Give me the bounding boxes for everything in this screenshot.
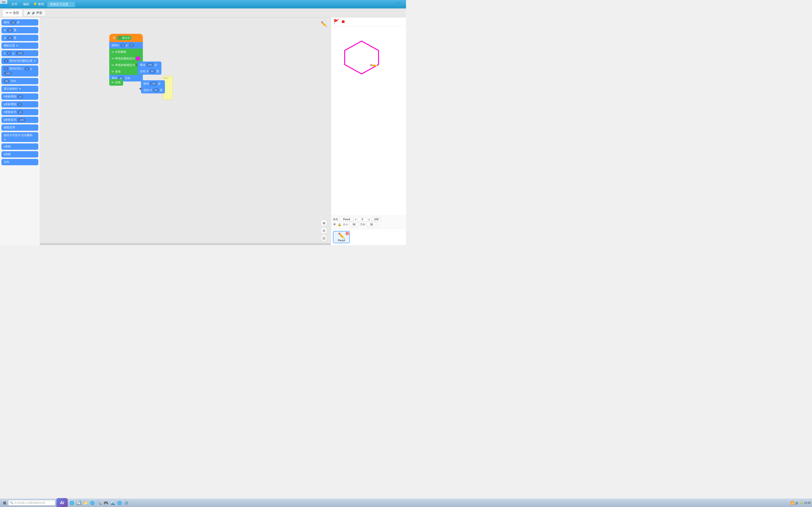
block-direction[interactable]: 90 方向 bbox=[1, 78, 38, 84]
block-turn-left[interactable]: ↺ 15 度 bbox=[1, 35, 38, 41]
name-input[interactable] bbox=[340, 217, 354, 221]
block-when-flag-clicked[interactable]: 当 🚩 被点击 bbox=[109, 34, 143, 42]
fit-button[interactable]: ⊟ bbox=[320, 235, 327, 241]
block-turn-60-1[interactable]: 左转 ↺ 60 度 bbox=[138, 68, 161, 75]
zoom-out-button[interactable]: ⊖ bbox=[320, 227, 327, 234]
block-show-coords[interactable]: 显示坐标针 ▼ bbox=[1, 86, 38, 92]
zoom-controls: ⊕ ⊖ ⊟ bbox=[320, 220, 327, 241]
move-group-2: 移动 100 步 左转 ↺ 60 度 bbox=[141, 80, 165, 94]
block-bounce[interactable]: 碰壁反弹 bbox=[1, 124, 38, 131]
block-wait-random[interactable]: 1 秒内行到 随机位置 ▼ bbox=[1, 58, 38, 64]
green-flag-button[interactable]: 🚩 bbox=[334, 19, 339, 24]
block-turn-right[interactable]: ↻ 15 度 bbox=[1, 27, 38, 33]
lift-pen-group: ✏ 抬笔 bbox=[109, 79, 123, 86]
costume-label: ✏ 造型 bbox=[9, 11, 19, 15]
y-label: y bbox=[369, 218, 370, 221]
block-move-100-1[interactable]: 移动 100 步 bbox=[138, 61, 161, 68]
lock-icon[interactable]: 🔒 bbox=[338, 223, 341, 226]
minimize-button[interactable]: — bbox=[394, 0, 401, 5]
costume-icon: ✏ bbox=[6, 11, 8, 14]
size-label: 大小 bbox=[343, 223, 348, 226]
move-group-1: 移动 100 步 左转 ↺ 60 度 bbox=[138, 61, 161, 75]
edit-pencil-icon[interactable]: ✏️ bbox=[321, 21, 327, 27]
visibility-toggle[interactable]: 👁 bbox=[333, 223, 336, 226]
edit-menu[interactable]: 编辑 bbox=[21, 1, 31, 7]
tab-costume[interactable]: ✏ ✏ 造型 bbox=[2, 9, 22, 16]
right-panel: 🚩 ⏹ ✏️ 角色 x y 👁 🔒 大小 bbox=[331, 17, 406, 245]
blocks-palette: 移动 10 步 ↻ 15 度 ↺ 15 度 随机位置 ▼ x: 0 y: -10… bbox=[0, 17, 40, 245]
block-set-pen-color[interactable]: ✏ 将笔的颜色设为 bbox=[109, 55, 143, 62]
sprite-properties: 角色 x y 👁 🔒 大小 方向 bbox=[331, 216, 406, 229]
block-random-position[interactable]: 随机位置 ▼ bbox=[1, 43, 38, 49]
sprites-list: ✕ ✏️ Pencil bbox=[331, 229, 406, 245]
sound-icon: 🔊 bbox=[27, 11, 31, 14]
block-goto-xy[interactable]: x: 0 y: -100 bbox=[1, 50, 38, 56]
tips-label: 教程 bbox=[38, 2, 44, 6]
y-input[interactable] bbox=[371, 217, 380, 221]
x-label: x bbox=[355, 218, 356, 221]
sprite-delete-icon[interactable]: ✕ bbox=[346, 232, 349, 235]
block-y-set[interactable]: y坐标设为 -100 bbox=[1, 117, 38, 123]
block-pen-up[interactable]: ✏ 抬笔 bbox=[109, 79, 123, 86]
tab-sound[interactable]: 🔊 🔊 声音 bbox=[23, 9, 46, 16]
block-turn-60-2[interactable]: 左转 ↺ 60 度 bbox=[141, 87, 165, 94]
stage-canvas: ✏️ bbox=[331, 26, 406, 216]
horizontal-scrollbar[interactable] bbox=[40, 243, 331, 245]
block-y-coord[interactable]: y坐标 bbox=[1, 151, 38, 158]
window-title: top bbox=[0, 0, 7, 4]
block-goto-xy-main[interactable]: 移到x: 0 y: 0 bbox=[109, 42, 143, 49]
block-x-set[interactable]: x坐标设为 10 bbox=[1, 109, 38, 115]
main-area: 移动 10 步 ↻ 15 度 ↺ 15 度 随机位置 ▼ x: 0 y: -10… bbox=[0, 17, 406, 245]
sprite-name: Pencil bbox=[334, 239, 348, 242]
direction-label: 方向 bbox=[360, 223, 365, 226]
tips-button[interactable]: 💡 教程 bbox=[33, 2, 44, 6]
stop-button[interactable]: ⏹ bbox=[341, 19, 345, 24]
block-move-100-2[interactable]: 移动 100 步 bbox=[141, 80, 165, 87]
code-area[interactable]: ✏️ 当 🚩 被点击 移到x: 0 y: 0 ✏ 全部擦除 ✏ 将笔的颜色设为 … bbox=[40, 17, 331, 245]
name-label: 角色 bbox=[333, 218, 338, 221]
block-direction-report[interactable]: 方向 bbox=[1, 159, 38, 165]
block-rotation[interactable]: 旋转方式设为 左右翻转 ▼ bbox=[1, 132, 38, 142]
sound-label: 🔊 声音 bbox=[32, 11, 43, 15]
project-title-input[interactable]: 绘制正六边形 bbox=[47, 1, 75, 7]
hexagon-drawing bbox=[341, 38, 383, 75]
sprite-pencil[interactable]: ✕ ✏️ Pencil bbox=[333, 231, 350, 243]
tips-icon: 💡 bbox=[33, 3, 37, 6]
direction-input[interactable] bbox=[367, 222, 376, 227]
zoom-in-button[interactable]: ⊕ bbox=[320, 220, 327, 226]
stage-controls: 🚩 ⏹ bbox=[331, 17, 406, 26]
block-y-change[interactable]: y坐标增加 0 bbox=[1, 101, 38, 108]
block-wait-goto[interactable]: 1 秒内行到 x: 0 y: -100 bbox=[1, 65, 38, 76]
block-x-coord[interactable]: x坐标 bbox=[1, 144, 38, 150]
block-clear-all[interactable]: ✏ 全部擦除 bbox=[109, 49, 143, 55]
top-navigation-bar: 🌐 文件 编辑 💡 教程 绘制正六边形 bbox=[0, 0, 406, 8]
block-move-steps[interactable]: 移动 10 步 bbox=[1, 19, 38, 25]
file-menu[interactable]: 文件 bbox=[10, 1, 19, 7]
size-input[interactable] bbox=[349, 222, 359, 227]
block-x-change[interactable]: x坐标增加 10 bbox=[1, 94, 38, 100]
tabs-bar: ✏ ✏ 造型 🔊 🔊 声音 bbox=[0, 8, 406, 17]
x-input[interactable] bbox=[358, 217, 367, 221]
